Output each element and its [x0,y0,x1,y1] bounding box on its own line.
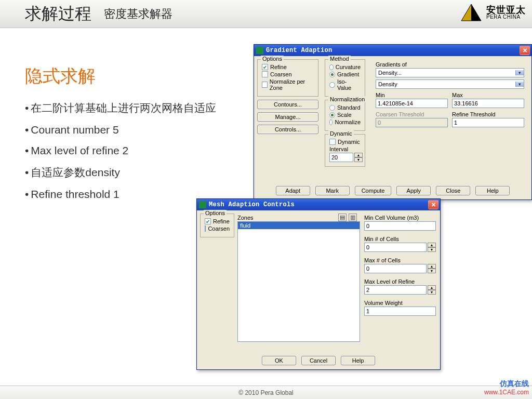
brand-name-cn: 安世亚太 [486,5,526,15]
contours-button[interactable]: Contours... [257,100,318,109]
mark-button[interactable]: Mark [315,186,350,195]
iso-value-radio[interactable]: Iso-Value [329,78,361,91]
cancel-button[interactable]: Cancel [301,356,336,365]
close-button[interactable]: Close [436,186,470,195]
refine-checkbox[interactable]: ✔Refine [205,218,230,224]
spinner-up-icon[interactable]: ▲ [428,285,436,290]
chevron-down-icon[interactable]: ▾ [515,70,524,75]
spinner-up-icon[interactable]: ▲ [428,243,436,247]
close-icon[interactable]: ✕ [520,46,530,55]
titlebar[interactable]: Gradient Adaption ✕ [254,45,531,56]
group-label: Options [261,56,284,62]
zones-label: Zones [237,215,254,221]
refine-checkbox[interactable]: ✔Refine [262,64,314,70]
coarsen-checkbox[interactable]: Coarsen [262,71,314,77]
refine-threshold-input[interactable] [452,118,524,127]
max-label: Max [452,92,524,98]
adapt-button[interactable]: Adapt [276,186,310,195]
spinner-up-icon[interactable]: ▲ [354,153,363,157]
watermark-line-1: 仿真在线 [484,379,529,389]
checkbox-label: Coarsen [270,71,292,77]
max-level-refine-input[interactable] [364,285,427,295]
refine-threshold-label: Refine Threshold [452,111,524,117]
radio-label: Gradient [337,71,359,77]
controls-button[interactable]: Controls... [257,125,318,134]
dialog-mesh-adaption-controls: Mesh Adaption Controls ✕ Options ✔Refine… [196,198,441,370]
brand-name-en: PERA CHINA [486,15,526,20]
volume-weight-input[interactable] [364,307,436,316]
ok-button[interactable]: OK [262,356,296,365]
min-cells-label: Min # of Cells [364,236,436,242]
checkbox-label: Dynamic [338,139,360,145]
curvature-radio[interactable]: Curvature [329,64,361,70]
volume-weight-label: Volume Weight [364,300,436,306]
coarsen-threshold-input [376,118,448,127]
page-subtitle: 密度基求解器 [104,6,172,22]
gradients-of-combo-2[interactable]: Density▾ [376,79,524,89]
gradient-radio[interactable]: Gradient [329,71,361,77]
group-label: Method [328,56,351,62]
min-cell-volume-label: Min Cell Volume (m3) [364,215,436,221]
scale-radio[interactable]: Scale [329,112,361,118]
checkbox-label: Coarsen [208,225,230,232]
group-label: Gradients of [376,61,524,68]
coarsen-checkbox[interactable]: Coarsen [205,225,230,232]
select-all-icon[interactable]: ▤ [338,214,347,221]
watermark: 仿真在线 www.1CAE.com [484,379,529,396]
dynamic-group: Dynamic Dynamic Interval ▲▼ [325,134,365,167]
app-icon [199,201,206,208]
max-level-refine-label: Max Level of Refine [364,278,436,285]
options-group: Options ✔Refine Coarsen Normalize per Zo… [257,59,318,97]
min-cell-volume-input[interactable] [364,221,436,231]
slide-header: 求解过程 密度基求解器 安世亚太 PERA CHINA [0,0,532,28]
watermark-line-2: www.1CAE.com [484,389,529,396]
combo-value: Density... [376,70,515,76]
gradients-of-combo-1[interactable]: Density...▾ [376,68,524,77]
group-label: Options [204,210,227,216]
spinner-down-icon[interactable]: ▼ [354,157,363,162]
dialog-title: Mesh Adaption Controls [209,201,427,208]
chevron-down-icon[interactable]: ▾ [515,82,524,87]
zones-listbox[interactable]: fluid [237,221,360,342]
list-item[interactable]: fluid [238,222,360,229]
min-input[interactable] [376,99,448,108]
radio-label: Scale [337,112,352,118]
standard-radio[interactable]: Standard [329,104,361,111]
spinner-down-icon[interactable]: ▼ [428,290,436,295]
max-cells-input[interactable] [364,264,427,273]
radio-label: Normalize [335,119,361,125]
spinner-up-icon[interactable]: ▲ [428,264,436,269]
radio-label: Standard [337,104,361,111]
apply-button[interactable]: Apply [396,186,431,195]
normalization-group: Normalization Standard Scale Normalize [325,100,365,131]
normalize-radio[interactable]: Normalize [329,119,361,125]
options-group: Options ✔Refine Coarsen [200,214,234,237]
dynamic-checkbox[interactable]: Dynamic [329,139,361,145]
gradients-of-group: Gradients of Density...▾ Density▾ Min Ma… [371,59,528,131]
spinner-down-icon[interactable]: ▼ [428,247,436,252]
close-icon[interactable]: ✕ [428,200,438,209]
deselect-all-icon[interactable]: ▥ [349,214,357,221]
footer: © 2010 Pera Global [0,385,532,399]
brand-logo: 安世亚太 PERA CHINA [460,3,526,22]
dialog-gradient-adaption: Gradient Adaption ✕ Options ✔Refine Coar… [254,44,532,200]
group-label: Dynamic [328,130,354,137]
radio-label: Iso-Value [337,78,361,91]
help-button[interactable]: Help [341,356,375,365]
min-cells-input[interactable] [364,243,427,252]
interval-label: Interval [329,146,361,152]
help-button[interactable]: Help [475,186,510,195]
manage-button[interactable]: Manage... [257,112,318,122]
normalize-per-zone-checkbox[interactable]: Normalize per Zone [262,78,314,91]
checkbox-label: Refine [270,64,287,70]
dialog-title: Gradient Adaption [266,47,518,54]
page-title: 求解过程 [25,3,91,25]
checkbox-label: Normalize per Zone [270,78,314,91]
spinner-down-icon[interactable]: ▼ [428,269,436,273]
app-icon [256,47,263,54]
titlebar[interactable]: Mesh Adaption Controls ✕ [197,199,440,210]
compute-button[interactable]: Compute [355,186,392,195]
interval-input[interactable] [329,153,353,162]
max-cells-label: Max # of Cells [364,257,436,263]
max-input[interactable] [452,99,524,108]
